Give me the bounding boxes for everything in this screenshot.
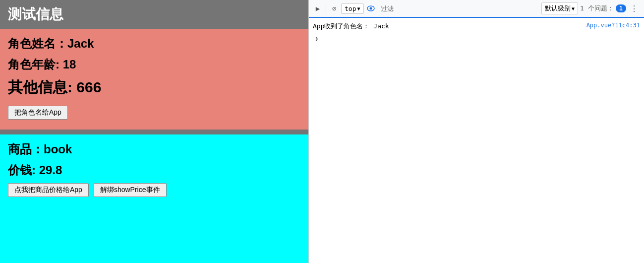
give-name-button[interactable]: 把角色名给App xyxy=(8,106,68,120)
section-divider xyxy=(0,130,308,134)
other-info-line: 其他信息: 666 xyxy=(8,77,300,98)
top-select[interactable]: top ▼ xyxy=(341,3,364,14)
issues-count-bubble: 1 xyxy=(616,4,626,12)
devtools-toolbar: ▶ ⊘ top ▼ 默认级别 ▼ 1 个问题： 1 ⋮ xyxy=(309,0,644,18)
role-name-label: 角色姓名： xyxy=(8,37,67,50)
product-value: book xyxy=(44,142,72,156)
top-label: top xyxy=(345,5,356,12)
role-age-value: 18 xyxy=(63,58,76,71)
issues-label: 1 个问题： xyxy=(580,4,614,13)
filter-input[interactable] xyxy=(378,4,540,13)
more-icon[interactable]: ⋮ xyxy=(628,4,640,13)
product-line: 商品：book xyxy=(8,141,300,157)
issue-badge: 1 个问题： 1 xyxy=(580,4,626,13)
cyan-btn-row: 点我把商品价格给App 解绑showPrice事件 xyxy=(8,183,300,197)
level-chevron-icon: ▼ xyxy=(572,6,575,11)
eye-icon[interactable] xyxy=(366,3,376,13)
role-age-label: 角色年龄: xyxy=(8,58,59,71)
log-message: App收到了角色名： Jack xyxy=(313,22,389,30)
price-line: 价钱: 29.8 xyxy=(8,162,300,178)
other-info-value: 666 xyxy=(76,79,101,95)
cyan-section: 商品：book 价钱: 29.8 点我把商品价格给App 解绑showPrice… xyxy=(0,134,308,263)
block-icon[interactable]: ⊘ xyxy=(329,3,339,13)
salmon-section: 角色姓名：Jack 角色年龄: 18 其他信息: 666 把角色名给App xyxy=(0,29,308,130)
level-select[interactable]: 默认级别 ▼ xyxy=(541,2,578,14)
play-icon[interactable]: ▶ xyxy=(313,3,323,13)
log-source[interactable]: App.vue?11c4:31 xyxy=(586,22,640,29)
product-label: 商品： xyxy=(8,142,44,156)
role-age-line: 角色年龄: 18 xyxy=(8,57,300,72)
salmon-btn-row: 把角色名给App xyxy=(8,106,300,120)
toolbar-sep-1 xyxy=(326,3,326,13)
level-label: 默认级别 xyxy=(545,4,571,13)
devtools-panel: ▶ ⊘ top ▼ 默认级别 ▼ 1 个问题： 1 ⋮ xyxy=(308,0,644,263)
devtools-content: App收到了角色名： Jack App.vue?11c4:31 ❯ xyxy=(309,18,644,263)
log-text: App收到了角色名： Jack xyxy=(313,22,389,31)
svg-point-1 xyxy=(369,7,372,10)
price-value: 29.8 xyxy=(39,163,62,177)
page-title: 测试信息 xyxy=(0,0,308,29)
price-label: 价钱: xyxy=(8,163,36,177)
left-panel: 测试信息 角色姓名：Jack 角色年龄: 18 其他信息: 666 把角色名给A… xyxy=(0,0,308,263)
other-info-label: 其他信息: xyxy=(8,79,72,95)
top-chevron-icon: ▼ xyxy=(357,6,360,11)
role-name-line: 角色姓名：Jack xyxy=(8,36,300,52)
log-entry-row: App收到了角色名： Jack App.vue?11c4:31 xyxy=(313,20,640,33)
expand-row: ❯ xyxy=(313,33,640,44)
expand-arrow-icon[interactable]: ❯ xyxy=(313,34,320,43)
role-name-value: Jack xyxy=(67,37,94,50)
unbind-button[interactable]: 解绑showPrice事件 xyxy=(94,183,167,197)
give-price-button[interactable]: 点我把商品价格给App xyxy=(8,183,89,197)
